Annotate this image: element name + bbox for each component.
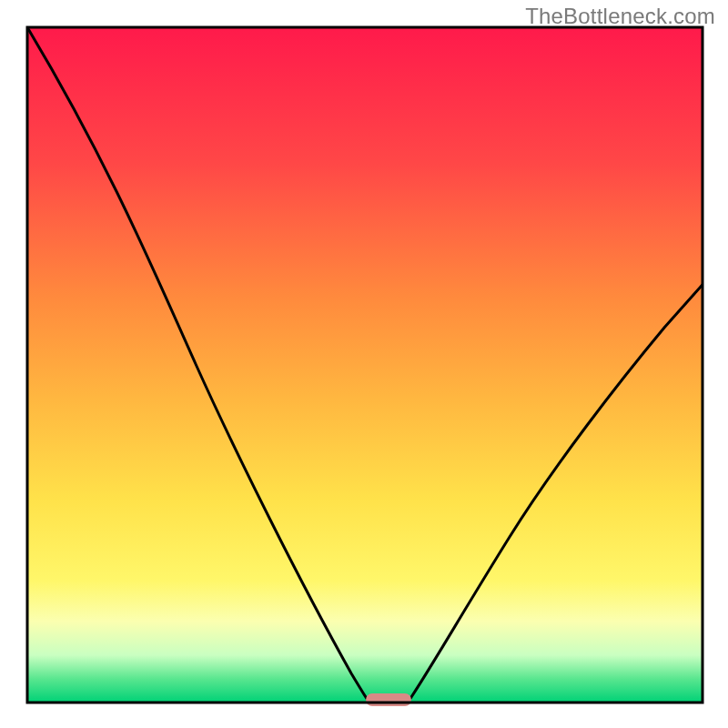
chart-container: TheBottleneck.com <box>0 0 728 728</box>
min-marker <box>366 693 411 706</box>
watermark-text: TheBottleneck.com <box>525 4 715 29</box>
plot-background <box>27 27 703 703</box>
chart-svg <box>0 0 728 728</box>
